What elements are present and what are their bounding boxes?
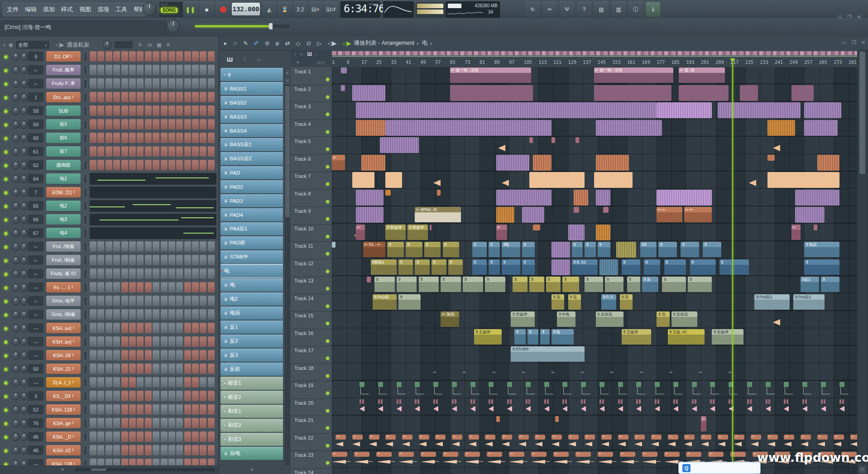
sample-clip[interactable]: ⊨ [518,435,529,440]
playlist-clip[interactable] [594,172,633,188]
channel-volume-knob[interactable] [20,392,28,400]
step-cell[interactable] [208,92,215,102]
channel-enable-led[interactable] [4,286,8,290]
playlist-clip[interactable]: ∃ [622,259,640,275]
step-cell[interactable] [121,51,128,62]
channel-name-button[interactable]: Fruity..奏 #2 [46,268,81,279]
automation-clip[interactable] [415,382,420,387]
playlist-clip[interactable] [367,277,370,282]
step-cell[interactable] [168,431,175,442]
sample-clip[interactable]: ⊨ [465,452,480,457]
channel-pan-knob[interactable] [12,134,20,142]
menu-item-编辑[interactable]: 编辑 [25,5,37,14]
step-cell[interactable] [184,323,191,333]
channel-preview-box[interactable] [83,310,87,320]
step-cell[interactable] [200,282,206,292]
step-cell[interactable] [192,51,199,62]
step-cell[interactable] [168,92,175,102]
cut-button[interactable]: ✂ [542,2,557,17]
step-cell[interactable] [106,431,112,442]
channel-volume-knob[interactable] [20,161,28,169]
pattern-item[interactable]: •8 [221,68,283,81]
drum-clip[interactable] [729,399,730,404]
step-cell[interactable] [161,51,168,62]
channel-mixer-track-box[interactable]: 45 [28,432,43,441]
step-cell[interactable] [90,296,96,306]
drum-clip[interactable] [842,399,844,404]
step-cell[interactable] [176,431,183,442]
step-cell[interactable] [200,364,206,374]
step-cell[interactable] [176,404,183,415]
channel-pan-knob[interactable] [12,283,20,292]
playlist-grid[interactable]: ⊨ 曾一鸣 - 泪海⊨ 曾一鸣 - 泪海⊨ 曾..海⊨⊨ BPM1..IX.⊨ … [332,67,857,474]
playlist-clip[interactable]: ∃ [443,242,460,258]
step-cell[interactable] [145,146,152,157]
step-cell[interactable] [161,296,168,306]
step-cell[interactable] [90,459,96,465]
sample-clip[interactable]: ⊨ [686,452,701,457]
channel-pan-knob[interactable] [12,80,20,88]
sample-clip[interactable]: ⊨ [336,435,346,440]
playlist-clip[interactable]: ∃ [374,277,395,292]
channel-mixer-track-box[interactable]: 52 [28,405,43,414]
channel-enable-led[interactable] [4,218,8,222]
step-cell[interactable] [208,309,215,320]
step-cell[interactable] [184,65,191,75]
step-cell[interactable] [200,78,206,89]
channel-pan-knob[interactable] [12,433,20,441]
step-cell[interactable] [113,296,120,306]
channel-name-button[interactable]: Gros..电平 [46,296,81,306]
pattern-item[interactable]: ≣PAD3 [221,194,283,207]
step-cell[interactable] [145,364,152,374]
track-header[interactable]: Track 1··· [291,67,332,85]
playlist-clip[interactable] [356,207,384,223]
automation-clip[interactable] [562,382,567,387]
rack-h-scrollbar[interactable] [75,468,215,471]
channel-preview-box[interactable] [83,378,87,388]
channel-mixer-track-box[interactable]: 1 [28,92,43,102]
channel-preview-box[interactable] [83,419,87,428]
step-cell[interactable] [161,282,168,292]
playlist-clip[interactable]: ∃ 后旋律 [712,329,743,345]
track-header[interactable]: Track 12··· [291,259,332,277]
step-cell[interactable] [145,418,152,428]
track-header[interactable]: Track 18··· [291,364,332,382]
step-cell[interactable] [129,459,136,465]
channel-volume-knob[interactable] [20,175,28,183]
sample-clip[interactable]: ⊨ [634,435,645,440]
step-cell[interactable] [176,445,183,455]
track-options-dots[interactable]: ··· [302,147,307,151]
step-cell[interactable] [184,296,191,306]
playlist-clip[interactable]: ∃ [502,259,520,275]
slip-tool-icon[interactable]: ⇄ [285,40,290,47]
step-cell[interactable] [97,391,104,401]
playlist-clip[interactable]: ∃ 主旋律 [474,329,502,345]
step-cell[interactable] [192,431,199,442]
channel-enable-led[interactable] [4,354,8,358]
time-display[interactable]: 6:34:76 M:S:CS [340,1,380,18]
step-cell[interactable] [192,119,199,129]
step-cell[interactable] [184,133,191,143]
step-cell[interactable] [97,309,104,320]
pattern-item[interactable]: ≣电2 [221,292,283,306]
step-cell[interactable] [200,404,206,415]
channel-name-button[interactable]: Frui../独奏 [46,241,81,252]
sample-clip[interactable]: ⊨ [751,435,761,440]
channel-volume-knob[interactable] [20,311,28,319]
playlist-clip[interactable] [616,242,637,258]
pattern-item[interactable]: ≣反2 [221,335,283,348]
automation-clip-tab-icon[interactable]: ∞ [300,52,303,57]
step-cell[interactable] [137,391,144,401]
step-cell[interactable] [184,268,191,279]
audio-fade-clip[interactable] [502,180,509,186]
step-cell[interactable] [145,391,152,401]
track-enable-led[interactable] [326,374,329,378]
step-cell[interactable] [129,404,136,415]
channel-enable-led[interactable] [4,96,8,100]
channel-mixer-track-box[interactable]: 67 [28,228,43,238]
track-options-dots[interactable]: ··· [302,391,307,395]
drum-clip[interactable] [436,399,438,404]
step-cell[interactable] [90,78,96,89]
drum-clip[interactable] [581,399,583,404]
step-cell[interactable] [121,377,128,388]
